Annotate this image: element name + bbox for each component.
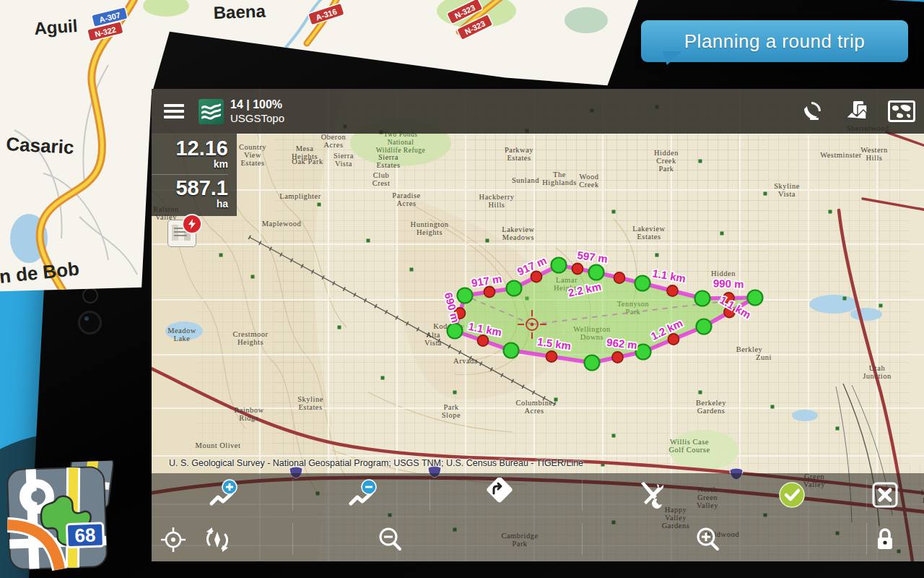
paper-map-label: Casaric xyxy=(6,133,74,158)
remove-route-point-button[interactable] xyxy=(343,475,383,515)
measurement-panel: 12.16 km 587.1 ha xyxy=(152,134,237,216)
world-map-icon[interactable] xyxy=(879,89,924,134)
route-point-handle[interactable] xyxy=(748,290,763,306)
maps-stack-icon[interactable] xyxy=(834,89,879,134)
close-button[interactable] xyxy=(865,475,905,515)
map-label: Willis CaseGolf Course xyxy=(668,438,710,454)
map-label: OberonAcres xyxy=(321,133,346,149)
topbar-status-block[interactable]: 14 | 100% USGSTopo xyxy=(230,98,284,125)
map-label: Mount Olivet xyxy=(196,441,241,449)
route-point-handle[interactable] xyxy=(585,355,600,371)
map-label: Oak Park xyxy=(292,158,323,165)
segment-midpoint-handle[interactable] xyxy=(484,287,495,298)
caption-bubble: Planning a round trip xyxy=(641,20,908,62)
satellite-dish-icon[interactable] xyxy=(790,89,834,134)
segment-midpoint-handle[interactable] xyxy=(667,285,678,296)
locus-app-screen: OberonAcresTwo PondsNationalWildlife Ref… xyxy=(152,89,924,561)
paper-map-label: Aguil xyxy=(33,16,78,38)
paper-map-label: n de Bob xyxy=(0,258,80,288)
map-label: LakeviewMeadows xyxy=(502,225,534,241)
segment-midpoint-handle[interactable] xyxy=(478,335,489,346)
locus-logo-icon[interactable] xyxy=(199,99,224,124)
map-label: WoodCreek xyxy=(579,173,599,189)
caption-text: Planning a round trip xyxy=(684,30,865,53)
quick-map-switch-button[interactable] xyxy=(167,220,196,247)
area-unit: ha xyxy=(152,199,228,210)
map-label: AltaVista xyxy=(424,331,442,347)
route-point-handle[interactable] xyxy=(589,265,604,280)
area-value: 587.1 xyxy=(152,178,228,199)
segment-midpoint-handle[interactable] xyxy=(531,272,542,282)
segment-midpoint-handle[interactable] xyxy=(612,352,623,363)
rotate-map-button[interactable] xyxy=(197,519,237,560)
add-route-point-button[interactable] xyxy=(204,475,244,515)
segment-midpoint-handle[interactable] xyxy=(572,264,583,275)
route-point-handle[interactable] xyxy=(504,343,519,358)
tablet-camera-lens xyxy=(78,311,102,335)
route-point-handle[interactable] xyxy=(697,319,712,335)
route-planner-toolbar xyxy=(152,473,924,561)
route-point-handle[interactable] xyxy=(552,258,567,273)
map-label: LakeviewEstates xyxy=(632,225,665,241)
map-label: Sunland xyxy=(512,176,539,184)
map-label: SierraVista xyxy=(334,152,354,168)
map-label: BerkeleyGardens xyxy=(696,399,726,415)
active-map-name: USGSTopo xyxy=(230,112,284,125)
distance-value: 12.16 xyxy=(152,138,228,159)
paper-map-label: Baena xyxy=(213,1,266,22)
total-distance: 12.16 km xyxy=(152,138,228,170)
segment-distance-label: 990 m xyxy=(713,277,744,290)
route-point-handle[interactable] xyxy=(636,345,651,360)
map-label: Zuni xyxy=(756,353,772,361)
map-label: Westminster xyxy=(820,151,862,159)
segment-midpoint-handle[interactable] xyxy=(546,351,557,362)
map-label: Arvada xyxy=(453,357,478,365)
locus-launcher-icon[interactable]: 68 xyxy=(4,460,117,572)
lock-button[interactable] xyxy=(865,519,905,560)
map-label: ClubCrest xyxy=(372,171,391,187)
distance-unit: km xyxy=(152,159,228,170)
tablet-camera-small xyxy=(82,288,98,303)
app-top-bar: 14 | 100% USGSTopo xyxy=(152,89,924,134)
gps-center-button[interactable] xyxy=(153,519,193,560)
route-point-handle[interactable] xyxy=(507,281,522,296)
route-shield: 68 xyxy=(66,523,103,548)
segment-midpoint-handle[interactable] xyxy=(668,334,679,345)
total-area: 587.1 ha xyxy=(152,178,228,210)
screenshot-root: { "bubble": { "text": "Planning a round … xyxy=(0,0,924,578)
route-point-handle[interactable] xyxy=(695,291,710,306)
map-label: Lamplighter xyxy=(279,192,321,200)
svg-text:68: 68 xyxy=(74,524,96,546)
map-label: ParkSlope xyxy=(442,403,461,419)
route-point-handle[interactable] xyxy=(635,276,650,291)
map-label: SierraEstates xyxy=(376,153,400,169)
menu-icon[interactable] xyxy=(164,101,184,121)
segment-midpoint-handle[interactable] xyxy=(614,272,625,283)
map-label: SkylineEstates xyxy=(297,395,323,411)
map-label: Berkley xyxy=(736,345,763,353)
map-attribution: U. S. Geological Survey - National Geosp… xyxy=(169,458,583,468)
zoom-out-button[interactable] xyxy=(370,519,411,560)
gps-battery-status: 14 | 100% xyxy=(230,98,284,112)
route-point-handle[interactable] xyxy=(448,324,463,339)
map-label: CrestmoorHeights xyxy=(233,330,269,346)
live-tracking-badge xyxy=(182,214,202,234)
zoom-in-button[interactable] xyxy=(688,519,728,560)
map-label: Maplewood xyxy=(262,220,302,228)
navigation-button[interactable] xyxy=(477,473,518,514)
map-label: ParkwayEstates xyxy=(505,146,533,162)
tools-button[interactable] xyxy=(631,475,671,515)
confirm-button[interactable] xyxy=(772,475,812,515)
route-point-handle[interactable] xyxy=(458,288,473,303)
